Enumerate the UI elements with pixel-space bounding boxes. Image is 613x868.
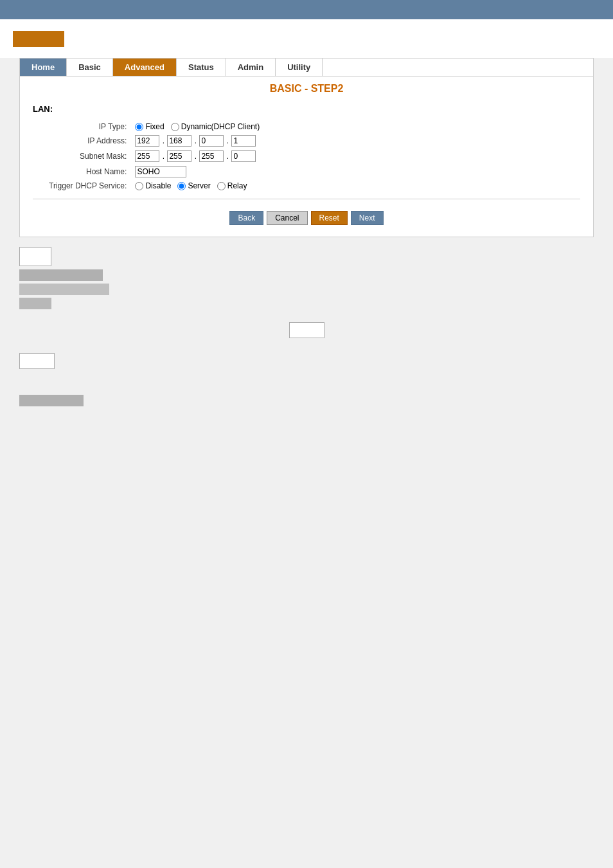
deco-section-1 — [19, 247, 594, 309]
divider — [33, 199, 580, 199]
nav-basic[interactable]: Basic — [67, 59, 113, 76]
deco-bottom-bar — [19, 395, 84, 406]
dhcp-server-label[interactable]: Server — [177, 181, 210, 190]
ip-type-dynamic-label[interactable]: Dynamic(DHCP Client) — [171, 122, 260, 131]
ip-address-row: IP Address: . . . — [46, 133, 263, 149]
host-name-field — [132, 164, 263, 179]
ip-type-dynamic-radio[interactable] — [171, 123, 179, 131]
deco-bottom — [19, 395, 594, 406]
host-name-row: Host Name: — [46, 164, 263, 179]
deco-middle — [0, 322, 613, 340]
ip-dot-2: . — [195, 136, 197, 145]
button-row: Back Cancel Reset Next — [33, 206, 580, 230]
nav-admin[interactable]: Admin — [226, 59, 276, 76]
dhcp-relay-label[interactable]: Relay — [217, 181, 247, 190]
host-name-input[interactable] — [135, 166, 186, 177]
ip-dot-3: . — [227, 136, 229, 145]
deco-bar-2 — [19, 284, 109, 295]
ip-d[interactable] — [231, 135, 256, 147]
deco-left-box — [19, 353, 55, 369]
navigation: Home Basic Advanced Status Admin Utility — [19, 58, 594, 77]
dhcp-server-text: Server — [188, 181, 210, 190]
subnet-b[interactable] — [167, 150, 191, 162]
ip-address-fields: . . . — [132, 133, 263, 149]
reset-button[interactable]: Reset — [311, 211, 348, 225]
deco-left — [19, 353, 594, 369]
ip-type-dynamic-text: Dynamic(DHCP Client) — [181, 122, 260, 131]
subnet-dot-3: . — [227, 152, 229, 161]
ip-b[interactable] — [167, 135, 191, 147]
subnet-dot-1: . — [163, 152, 164, 161]
ip-type-fixed-text: Fixed — [145, 122, 164, 131]
subnet-mask-fields: . . . — [132, 149, 263, 164]
ip-address-label: IP Address: — [46, 133, 132, 149]
dhcp-service-options: Disable Server Relay — [132, 179, 263, 192]
nav-status[interactable]: Status — [177, 59, 226, 76]
lan-section-label: LAN: — [33, 104, 580, 114]
logo — [13, 31, 64, 47]
next-button[interactable]: Next — [351, 211, 384, 225]
ip-dot-1: . — [163, 136, 164, 145]
dhcp-disable-radio[interactable] — [135, 182, 143, 190]
deco-box-small — [19, 247, 51, 266]
subnet-c[interactable] — [199, 150, 224, 162]
ip-type-options: Fixed Dynamic(DHCP Client) — [132, 120, 263, 133]
cancel-button[interactable]: Cancel — [267, 211, 307, 225]
deco-bar-1 — [19, 269, 103, 281]
subnet-mask-row: Subnet Mask: . . . — [46, 149, 263, 164]
dhcp-server-radio[interactable] — [177, 182, 186, 190]
host-name-label: Host Name: — [46, 164, 132, 179]
logo-bar — [0, 19, 613, 58]
deco-middle-box — [289, 322, 324, 338]
ip-type-row: IP Type: Fixed Dynamic(DHCP Client) — [46, 120, 263, 133]
lan-form: IP Type: Fixed Dynamic(DHCP Client) IP A… — [46, 120, 263, 192]
dhcp-disable-text: Disable — [145, 181, 171, 190]
page-title: BASIC - STEP2 — [33, 83, 580, 95]
ip-c[interactable] — [199, 135, 224, 147]
ip-type-fixed-label[interactable]: Fixed — [135, 122, 164, 131]
dhcp-relay-text: Relay — [227, 181, 247, 190]
back-button[interactable]: Back — [229, 211, 263, 225]
ip-type-fixed-radio[interactable] — [135, 123, 143, 131]
dhcp-relay-radio[interactable] — [217, 182, 226, 190]
content-area: BASIC - STEP2 LAN: IP Type: Fixed Dynami… — [19, 77, 594, 237]
dhcp-service-label: Trigger DHCP Service: — [46, 179, 132, 192]
subnet-d[interactable] — [231, 150, 256, 162]
nav-advanced[interactable]: Advanced — [113, 59, 177, 76]
nav-home[interactable]: Home — [20, 59, 67, 76]
ip-type-label: IP Type: — [46, 120, 132, 133]
nav-utility[interactable]: Utility — [276, 59, 323, 76]
subnet-a[interactable] — [135, 150, 159, 162]
ip-a[interactable] — [135, 135, 159, 147]
subnet-mask-label: Subnet Mask: — [46, 149, 132, 164]
dhcp-service-row: Trigger DHCP Service: Disable Server Rel… — [46, 179, 263, 192]
subnet-dot-2: . — [195, 152, 197, 161]
deco-bar-3 — [19, 298, 51, 309]
top-bar — [0, 0, 613, 19]
dhcp-disable-label[interactable]: Disable — [135, 181, 171, 190]
